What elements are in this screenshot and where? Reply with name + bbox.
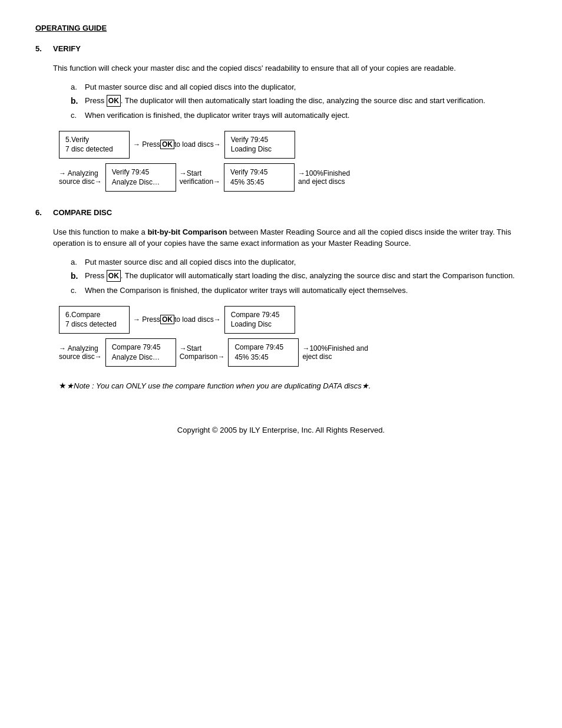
- section-6-number: 6.: [35, 208, 53, 222]
- step-5a-label: a.: [71, 81, 85, 93]
- section-6-steps: a. Put master source disc and all copied…: [71, 256, 527, 297]
- section-6-note: ★★Note : You can ONLY use the compare fu…: [59, 381, 527, 390]
- section-5-title: VERIFY: [53, 44, 81, 53]
- step-6c: c. When the Comparison is finished, the …: [71, 285, 527, 297]
- lcd-5-1: 5.Verify 7 disc detected: [59, 131, 130, 159]
- step-6b-text: Press OK. The duplicator will automatica…: [85, 270, 527, 282]
- arrow-5-left: → Analyzing source disc→: [59, 169, 102, 186]
- step-6c-text: When the Comparison is finished, the dup…: [85, 285, 527, 297]
- page-header: OPERATING GUIDE: [35, 24, 527, 32]
- ok-box-5-diag1: OK: [160, 140, 174, 149]
- lcd-6-4: Compare 79:45 45% 35:45: [228, 338, 299, 367]
- step-5c-text: When verification is finished, the dupli…: [85, 110, 527, 121]
- section-6-title: COMPARE DISC: [53, 208, 112, 217]
- lcd-6-3: Compare 79:45 Analyze Disc…: [105, 338, 176, 367]
- lcd-5-4: Verify 79:45 45% 35:45: [224, 163, 295, 192]
- arrow-5-1: → Press OK to load discs→: [133, 140, 221, 149]
- section-6-diagram: 6.Compare 7 discs detected → Press OK to…: [59, 306, 527, 367]
- step-6b-label: b.: [71, 270, 85, 282]
- step-5b-text: Press OK. The duplicator will then autom…: [85, 95, 527, 107]
- arrow-6-mid: →Start Comparison→: [180, 344, 225, 361]
- lcd-6-1: 6.Compare 7 discs detected: [59, 306, 130, 334]
- step-5a-text: Put master source disc and all copied di…: [85, 81, 527, 93]
- section-6-bold: bit-by-bit Comparison: [147, 228, 227, 236]
- lcd-5-2: Verify 79:45 Loading Disc: [224, 131, 295, 159]
- step-6a: a. Put master source disc and all copied…: [71, 256, 527, 268]
- step-5a: a. Put master source disc and all copied…: [71, 81, 527, 93]
- section-6: 6. COMPARE DISC Use this function to mak…: [35, 208, 527, 390]
- arrow-6-right: →100%Finished and eject disc: [302, 344, 368, 361]
- section-5-diagram-row2: → Analyzing source disc→ Verify 79:45 An…: [59, 163, 527, 192]
- step-6a-text: Put master source disc and all copied di…: [85, 256, 527, 268]
- section-6-diagram-row1: 6.Compare 7 discs detected → Press OK to…: [59, 306, 527, 334]
- section-5: 5. VERIFY This function will check your …: [35, 44, 527, 192]
- section-5-diagram-row1: 5.Verify 7 disc detected → Press OK to l…: [59, 131, 527, 159]
- section-5-diagram: 5.Verify 7 disc detected → Press OK to l…: [59, 131, 527, 192]
- arrow-6-1: → Press OK to load discs→: [133, 315, 221, 324]
- ok-box-6-diag1: OK: [160, 315, 174, 324]
- arrow-6-left: → Analyzing source disc→: [59, 344, 102, 361]
- page-footer: Copyright © 2005 by ILY Enterprise, Inc.…: [35, 426, 527, 434]
- arrow-5-right: →100%Finished and eject discs: [298, 169, 350, 186]
- ok-box-6b: OK: [107, 270, 121, 282]
- step-6a-label: a.: [71, 256, 85, 268]
- lcd-6-2: Compare 79:45 Loading Disc: [224, 306, 295, 334]
- section-5-steps: a. Put master source disc and all copied…: [71, 81, 527, 121]
- section-6-diagram-row2: → Analyzing source disc→ Compare 79:45 A…: [59, 338, 527, 367]
- arrow-5-mid: →Start verification→: [180, 169, 220, 186]
- step-5c: c. When verification is finished, the du…: [71, 110, 527, 121]
- section-6-intro: Use this function to make a bit-by-bit C…: [53, 226, 527, 249]
- step-5c-label: c.: [71, 110, 85, 121]
- section-5-number: 5.: [35, 44, 53, 58]
- ok-box-5b: OK: [107, 95, 121, 107]
- lcd-5-3: Verify 79:45 Analyze Disc…: [105, 163, 176, 192]
- step-6b: b. Press OK. The duplicator will automat…: [71, 270, 527, 282]
- step-5b-label: b.: [71, 95, 85, 107]
- step-6c-label: c.: [71, 285, 85, 297]
- section-5-intro: This function will check your master dis…: [53, 62, 527, 74]
- step-5b: b. Press OK. The duplicator will then au…: [71, 95, 527, 107]
